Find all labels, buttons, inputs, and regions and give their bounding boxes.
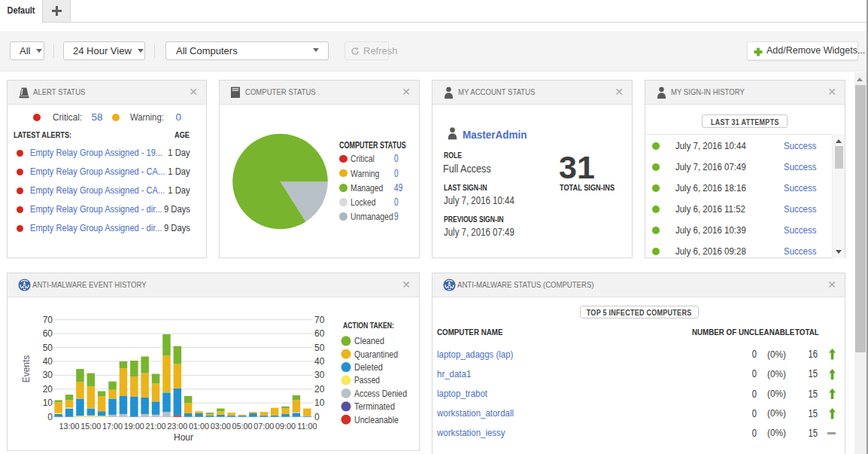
svg-text:Hour: Hour bbox=[174, 432, 193, 443]
svg-text:23:00: 23:00 bbox=[167, 422, 187, 431]
svg-text:Uncleanable: Uncleanable bbox=[354, 415, 399, 425]
svg-text:03:00: 03:00 bbox=[211, 422, 231, 431]
svg-text:ACTION TAKEN:: ACTION TAKEN: bbox=[343, 321, 394, 330]
svg-text:Access Denied: Access Denied bbox=[354, 388, 407, 399]
svg-text:09:00: 09:00 bbox=[275, 422, 296, 431]
svg-text:40: 40 bbox=[314, 356, 325, 367]
svg-text:30: 30 bbox=[314, 370, 325, 380]
svg-text:Deleted: Deleted bbox=[354, 362, 383, 373]
svg-text:21:00: 21:00 bbox=[146, 422, 166, 431]
svg-text:19:00: 19:00 bbox=[124, 422, 144, 431]
svg-text:20: 20 bbox=[43, 384, 53, 395]
svg-text:Cleaned: Cleaned bbox=[354, 336, 384, 346]
svg-text:60: 60 bbox=[43, 328, 53, 339]
svg-text:10: 10 bbox=[314, 398, 325, 408]
svg-text:Terminated: Terminated bbox=[354, 401, 395, 412]
svg-text:60: 60 bbox=[314, 328, 325, 339]
svg-text:13:00: 13:00 bbox=[59, 422, 80, 431]
svg-text:05:00: 05:00 bbox=[232, 422, 253, 431]
svg-text:70: 70 bbox=[43, 315, 53, 325]
svg-text:50: 50 bbox=[43, 343, 53, 353]
svg-text:20: 20 bbox=[314, 384, 325, 395]
svg-text:70: 70 bbox=[314, 315, 325, 325]
svg-text:Events: Events bbox=[21, 355, 32, 383]
svg-text:Passed: Passed bbox=[354, 375, 380, 385]
svg-text:0: 0 bbox=[47, 412, 53, 422]
svg-text:0: 0 bbox=[314, 412, 320, 422]
svg-text:07:00: 07:00 bbox=[253, 422, 274, 431]
svg-text:50: 50 bbox=[314, 343, 325, 353]
svg-text:40: 40 bbox=[43, 356, 53, 367]
svg-text:01:00: 01:00 bbox=[189, 422, 209, 431]
svg-text:11:00: 11:00 bbox=[297, 422, 317, 431]
svg-text:15:00: 15:00 bbox=[80, 422, 101, 431]
svg-text:30: 30 bbox=[43, 370, 53, 380]
svg-text:Quarantined: Quarantined bbox=[354, 349, 398, 360]
svg-text:10: 10 bbox=[43, 398, 53, 408]
svg-text:17:00: 17:00 bbox=[102, 422, 123, 431]
